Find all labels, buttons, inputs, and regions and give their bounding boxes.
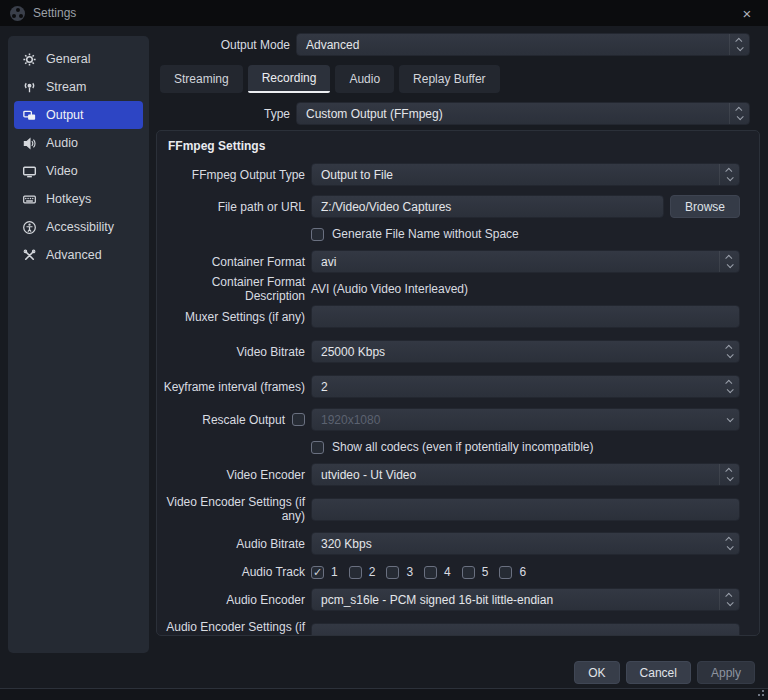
sidebar-item-label: Hotkeys [46, 192, 91, 206]
audio-track-1-checkbox[interactable]: ✓ [311, 566, 324, 579]
tab-audio[interactable]: Audio [335, 65, 394, 93]
settings-sidebar: General Stream Output Audio Video Hotkey… [8, 36, 149, 653]
audio-encoder-settings-input[interactable] [311, 623, 740, 637]
output-mode-select[interactable]: Advanced [296, 33, 750, 56]
chevron-updown-icon[interactable] [730, 38, 749, 51]
video-encoder-row: Video Encoder utvideo - Ut Video [157, 463, 740, 486]
sidebar-item-output[interactable]: Output [14, 101, 143, 129]
sidebar-item-label: Video [46, 164, 78, 178]
video-encoder-settings-row: Video Encoder Settings (if any) [157, 495, 740, 523]
audio-encoder-settings-row: Audio Encoder Settings (if any) [157, 620, 740, 636]
sidebar-item-label: Accessibility [46, 220, 114, 234]
output-mode-label: Output Mode [156, 38, 290, 52]
spinner-updown-icon[interactable] [720, 537, 739, 550]
ffmpeg-settings-group: FFmpeg Settings FFmpeg Output Type Outpu… [156, 130, 760, 636]
sidebar-item-advanced[interactable]: Advanced [14, 241, 143, 269]
generate-filename-row: Generate File Name without Space [311, 226, 740, 242]
sidebar-item-label: Advanced [46, 248, 102, 262]
tab-replay-buffer[interactable]: Replay Buffer [399, 65, 500, 93]
type-row: Type Custom Output (FFmpeg) [156, 102, 760, 125]
rescale-output-row: Rescale Output 1920x1080 [157, 408, 740, 431]
ffmpeg-output-type-row: FFmpeg Output Type Output to File [157, 163, 740, 186]
muxer-settings-row: Muxer Settings (if any) [157, 305, 740, 328]
sidebar-item-stream[interactable]: Stream [14, 73, 143, 101]
container-desc-row: Container Format Description AVI (Audio … [157, 281, 740, 297]
browse-button[interactable]: Browse [670, 195, 740, 218]
window-bottom-edge [0, 688, 768, 700]
output-tabs: Streaming Recording Audio Replay Buffer [160, 65, 760, 93]
audio-track-3-checkbox[interactable] [386, 566, 399, 579]
output-icon [22, 108, 37, 123]
audio-track-4-checkbox[interactable] [424, 566, 437, 579]
resize-grip[interactable] [762, 694, 764, 696]
audio-encoder-row: Audio Encoder pcm_s16le - PCM signed 16-… [157, 588, 740, 611]
generate-filename-checkbox[interactable] [311, 228, 324, 241]
gear-icon [22, 52, 37, 67]
accessibility-icon [22, 220, 37, 235]
chevron-updown-icon[interactable] [720, 255, 739, 268]
audio-track-6-checkbox[interactable] [499, 566, 512, 579]
audio-track-5-checkbox[interactable] [462, 566, 475, 579]
video-bitrate-spinbox[interactable]: 25000 Kbps [311, 340, 740, 363]
ok-button[interactable]: OK [574, 661, 619, 684]
sidebar-item-label: General [46, 52, 90, 66]
obs-logo-icon [10, 6, 25, 21]
muxer-settings-input[interactable] [311, 305, 740, 328]
sidebar-item-video[interactable]: Video [14, 157, 143, 185]
keyframe-interval-spinbox[interactable]: 2 [311, 375, 740, 398]
sidebar-item-label: Audio [46, 136, 78, 150]
output-settings-page: Output Mode Advanced Streaming Recording… [156, 33, 760, 636]
show-all-codecs-row: Show all codecs (even if potentially inc… [311, 439, 740, 455]
speaker-icon [22, 136, 37, 151]
tab-recording[interactable]: Recording [248, 65, 331, 93]
settings-window: Settings × General Stream Output Audio V… [0, 0, 768, 700]
type-label: Type [156, 107, 290, 121]
group-title: FFmpeg Settings [157, 139, 740, 153]
video-encoder-settings-input[interactable] [311, 498, 740, 521]
chevron-down-icon[interactable] [720, 417, 739, 422]
sidebar-item-accessibility[interactable]: Accessibility [14, 213, 143, 241]
tab-streaming[interactable]: Streaming [160, 65, 243, 93]
apply-button[interactable]: Apply [697, 661, 755, 684]
spinner-updown-icon[interactable] [720, 345, 739, 358]
audio-track-2-checkbox[interactable] [349, 566, 362, 579]
monitor-icon [22, 164, 37, 179]
tools-icon [22, 248, 37, 263]
rescale-resolution-select[interactable]: 1920x1080 [311, 408, 740, 431]
show-all-codecs-checkbox[interactable] [311, 441, 324, 454]
audio-bitrate-row: Audio Bitrate 320 Kbps [157, 532, 740, 555]
container-format-select[interactable]: avi [311, 250, 740, 273]
keyframe-interval-row: Keyframe interval (frames) 2 [157, 375, 740, 398]
ffmpeg-output-type-select[interactable]: Output to File [311, 163, 740, 186]
sidebar-item-general[interactable]: General [14, 45, 143, 73]
chevron-updown-icon[interactable] [720, 468, 739, 481]
recording-type-select[interactable]: Custom Output (FFmpeg) [296, 102, 750, 125]
sidebar-item-label: Output [46, 108, 84, 122]
video-encoder-select[interactable]: utvideo - Ut Video [311, 463, 740, 486]
titlebar: Settings × [0, 0, 768, 26]
chevron-updown-icon[interactable] [730, 107, 749, 120]
container-format-row: Container Format avi [157, 250, 740, 273]
file-path-row: File path or URL Browse [157, 195, 740, 218]
spinner-updown-icon[interactable] [720, 380, 739, 393]
audio-track-row: Audio Track ✓ 1 2 3 4 5 6 [157, 564, 740, 580]
file-path-input[interactable] [311, 195, 664, 218]
sidebar-item-audio[interactable]: Audio [14, 129, 143, 157]
video-bitrate-row: Video Bitrate 25000 Kbps [157, 340, 740, 363]
container-desc-value: AVI (Audio Video Interleaved) [311, 282, 740, 296]
rescale-output-checkbox[interactable] [292, 413, 305, 426]
audio-encoder-select[interactable]: pcm_s16le - PCM signed 16-bit little-end… [311, 588, 740, 611]
chevron-updown-icon[interactable] [720, 593, 739, 606]
window-title: Settings [33, 6, 736, 20]
chevron-updown-icon[interactable] [720, 168, 739, 181]
cancel-button[interactable]: Cancel [626, 661, 691, 684]
sidebar-item-hotkeys[interactable]: Hotkeys [14, 185, 143, 213]
dialog-buttons: OK Cancel Apply [574, 661, 755, 684]
broadcast-icon [22, 80, 37, 95]
output-mode-row: Output Mode Advanced [156, 33, 760, 56]
keyboard-icon [22, 192, 37, 207]
close-icon[interactable]: × [736, 6, 758, 21]
audio-bitrate-spinbox[interactable]: 320 Kbps [311, 532, 740, 555]
sidebar-item-label: Stream [46, 80, 86, 94]
